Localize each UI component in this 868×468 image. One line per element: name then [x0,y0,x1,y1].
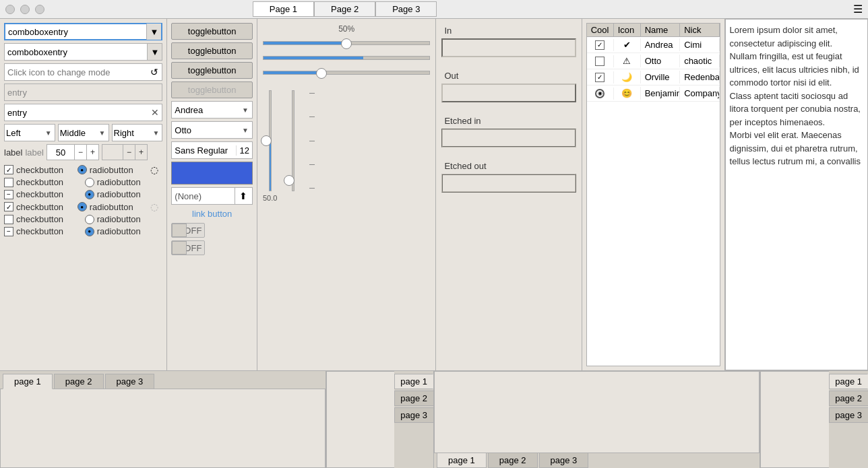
switch-1[interactable]: OFF [171,223,205,238]
link-button[interactable]: link button [171,207,253,220]
nb-top-tab-3[interactable]: page 3 [105,374,155,389]
combo-andrea[interactable]: AndreaOttoOrville ▼ [171,101,253,119]
vscale-2[interactable] [288,90,299,191]
align-left-select[interactable]: LeftCenterRight [5,128,42,138]
checkbox-5[interactable] [4,215,13,224]
togglebutton-3[interactable]: togglebutton [171,62,253,79]
nb-top-tab-1[interactable]: page 1 [3,374,53,389]
search-mode-icon[interactable]: ↺ [147,64,162,80]
nb-right-tab2-1[interactable]: page 1 [829,374,868,389]
notebook-right-tabs: page 1 page 2 page 3 [326,371,434,468]
vscale-1-thumb[interactable] [261,135,272,146]
combobox-passive[interactable]: ▼ [4,43,162,61]
align-left-combo[interactable]: LeftCenterRight ▼ [4,124,55,141]
minimize-button[interactable] [20,5,30,14]
nb-bottom-tab-2[interactable]: page 2 [488,453,538,468]
nb-right-tab-2[interactable]: page 2 [394,391,433,406]
titlebar: Page 1 Page 2 Page 3 ☰ [0,0,868,19]
text-view[interactable]: Lorem ipsum dolor sit amet, consectetur … [725,19,868,370]
checkbox-2[interactable] [4,178,13,187]
tree-check-3[interactable]: ✓ [595,73,604,82]
togglebutton-2[interactable]: togglebutton [171,42,253,59]
combo-otto[interactable]: OttoAndrea ▼ [171,121,253,139]
togglebutton-1[interactable]: togglebutton [171,23,253,40]
spinbox1-dec[interactable]: − [74,145,86,160]
radiobutton-5[interactable] [85,215,94,224]
entry-with-clear[interactable]: ✕ [4,104,162,121]
align-right-combo[interactable]: RightLeftCenter ▼ [112,124,163,141]
close-button[interactable] [5,5,15,14]
spinbox2-inc[interactable]: + [135,145,147,160]
notebook-right-tabs-2: page 1 page 2 page 3 [760,371,868,468]
tree-row-2[interactable]: ⚠ Otto chaotic [587,53,720,69]
hscale-2[interactable] [263,53,430,63]
search-input[interactable] [5,66,147,79]
combo-andrea-select[interactable]: AndreaOttoOrville [172,105,239,115]
switch-2[interactable]: OFF [171,240,205,255]
vscale-1[interactable] [265,90,276,191]
tree-row-1[interactable]: ✓ ✔ Andrea Cimi [587,37,720,53]
frame-etched-out-section: Etched out [441,160,576,194]
align-middle-combo[interactable]: MiddleTopBottom ▼ [58,124,109,141]
hscale-3-thumb[interactable] [316,68,327,79]
tree-check-1[interactable]: ✓ [595,40,604,50]
checkbox-1[interactable]: ✓ [4,165,13,174]
nb-right-tab-1[interactable]: page 1 [394,374,433,389]
spinbox1[interactable]: − + [46,144,99,160]
font-selector[interactable]: Sans Regular 12 [171,141,253,159]
combobox-active-input[interactable] [5,26,146,38]
checkbox-4[interactable]: ✓ [4,202,13,211]
tree-body[interactable]: ✓ ✔ Andrea Cimi ⚠ Otto chaotic [586,36,720,366]
vscale-ticks [309,90,315,191]
combobox-passive-arrow[interactable]: ▼ [147,44,162,60]
spinbox2-input[interactable] [102,147,123,158]
nb-right-tab2-3[interactable]: page 3 [829,407,868,423]
togglebutton-4[interactable]: togglebutton [171,81,253,98]
menu-icon[interactable]: ☰ [853,3,863,15]
tree-row-3[interactable]: ✓ 🌙 Orville Redenbacher [587,69,720,86]
spinbox1-input[interactable] [47,147,74,158]
radiobutton-6[interactable]: ● [85,227,94,236]
tab-page1[interactable]: Page 1 [253,1,314,17]
tab-page3[interactable]: Page 3 [375,1,437,17]
align-middle-select[interactable]: MiddleTopBottom [59,128,96,138]
hscale-1[interactable] [263,38,430,48]
combobox-passive-input[interactable] [5,46,147,59]
nb-top-tabs-bar: page 1 page 2 page 3 [0,371,326,389]
nb-right-tab-3[interactable]: page 3 [394,407,433,423]
tick-4 [309,164,315,165]
align-right-select[interactable]: RightLeftCenter [113,128,150,138]
spinbox2-dec[interactable]: − [123,145,135,160]
radiobutton-4[interactable]: ● [78,202,87,211]
tree-check-2[interactable] [595,57,604,66]
nb-right-tab2-2[interactable]: page 2 [829,391,868,406]
checkbox-6[interactable]: − [4,227,13,236]
radiobutton-1[interactable]: ● [78,165,87,174]
hscale-3[interactable] [263,67,430,78]
check-col-1: ✓ checkbutton [4,165,75,175]
hscale-1-thumb[interactable] [341,38,352,49]
search-entry[interactable]: ↺ [4,63,162,81]
tree-radio-4[interactable]: ◉ [595,89,604,98]
combo-otto-select[interactable]: OttoAndrea [172,125,239,135]
combobox-active[interactable]: ▼ [4,23,162,40]
radiobutton-3[interactable]: ● [85,190,94,199]
combobox-active-arrow[interactable]: ▼ [146,24,161,40]
color-swatch[interactable] [171,162,253,185]
clearable-input[interactable] [5,106,148,119]
nb-bottom-tab-3[interactable]: page 3 [539,453,589,468]
nb-bottom-tab-1[interactable]: page 1 [437,453,487,468]
spinbox2[interactable]: − + [102,144,148,160]
radiobutton-2[interactable] [85,178,94,187]
nb-top-tab-2[interactable]: page 2 [54,374,104,389]
tree-col-nick: Nick [680,24,719,36]
clear-button[interactable]: ✕ [148,104,162,121]
file-chooser[interactable]: (None) ⬆ [171,187,253,205]
align-right-arrow: ▼ [150,129,162,137]
checkbox-3[interactable]: − [4,190,13,199]
file-chooser-button[interactable]: ⬆ [235,188,252,204]
tab-page2[interactable]: Page 2 [314,1,375,17]
spinbox1-inc[interactable]: + [86,145,98,160]
maximize-button[interactable] [35,5,44,14]
tree-row-4[interactable]: ◉ 😊 Benjamin Company [587,86,720,102]
